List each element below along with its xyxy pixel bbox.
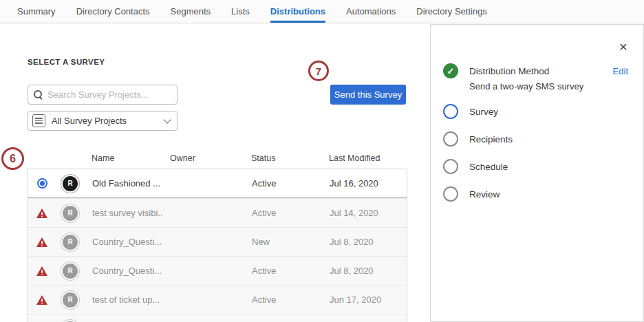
select-survey-panel: SELECT A SURVEY All Survey Projects Send…: [0, 23, 427, 322]
tab-label: Segments: [171, 6, 211, 17]
tab-label: Automations: [346, 6, 396, 17]
tab-label: Summary: [17, 6, 56, 17]
survey-table: Name Owner Status Last Modified: [28, 147, 407, 322]
survey-modified-date: Jul 8, 2020: [322, 266, 407, 276]
wizard-step[interactable]: ✓ Recipients: [443, 131, 628, 147]
annotation-step-7: 7: [308, 61, 329, 81]
warning-icon: [36, 208, 47, 218]
survey-status: Active: [244, 266, 322, 276]
survey-name: test survey visibi...: [85, 208, 163, 218]
directory-tab[interactable]: Directory Contacts: [76, 0, 150, 23]
column-header-status: Status: [244, 153, 321, 163]
avatar: R: [63, 206, 78, 221]
filter-selected-value: All Survey Projects: [52, 116, 158, 126]
step-label: Schedule: [469, 162, 508, 172]
survey-status: Active: [244, 178, 322, 189]
survey-name: Old Fashioned ...: [85, 178, 163, 189]
chevron-down-icon: [163, 116, 171, 123]
panel-heading: SELECT A SURVEY: [28, 58, 105, 66]
tab-label: Directory Contacts: [76, 6, 150, 17]
project-filter-dropdown[interactable]: All Survey Projects: [28, 111, 178, 131]
table-row[interactable]: R Country_Questi... Active Jul 8, 2020: [28, 256, 407, 285]
directory-tab[interactable]: Automations: [346, 0, 396, 23]
survey-status: Active: [244, 294, 322, 305]
survey-name: test of ticket up...: [85, 294, 163, 305]
survey-search-box[interactable]: [28, 85, 178, 105]
radio-selected-icon[interactable]: [37, 178, 47, 189]
distribution-wizard-panel: × ✓ Distribution Method Edit Send a two-…: [430, 24, 644, 322]
directory-tab[interactable]: Distributions: [270, 0, 325, 23]
avatar: R: [63, 176, 78, 191]
directory-tab[interactable]: Summary: [17, 0, 56, 23]
column-header-name: Name: [84, 153, 162, 163]
step-status-icon: ✓: [443, 186, 458, 202]
wizard-step[interactable]: ✓ Review: [443, 186, 628, 202]
step-label: Recipients: [469, 134, 513, 144]
column-header-owner: Owner: [162, 153, 244, 163]
step-status-icon: ✓: [443, 104, 458, 119]
table-row[interactable]: R create a ticket New Jun 17, 2020: [28, 314, 407, 322]
step-label: Survey: [469, 107, 498, 117]
table-header-row: Name Owner Status Last Modified: [28, 147, 407, 169]
survey-name: Country_Questi...: [85, 237, 163, 247]
wizard-step[interactable]: ✓ Schedule: [443, 159, 628, 174]
edit-link[interactable]: Edit: [613, 66, 628, 76]
warning-icon: [36, 295, 47, 305]
warning-icon: [36, 266, 47, 276]
table-row[interactable]: R Old Fashioned ... Active Jul 16, 2020: [28, 169, 407, 198]
table-body: R Old Fashioned ... Active Jul 16, 2020: [28, 169, 407, 322]
step-status-icon: ✓: [443, 131, 458, 147]
avatar: R: [63, 235, 78, 250]
directory-tab[interactable]: Directory Settings: [416, 0, 487, 23]
tab-label: Distributions: [270, 6, 325, 17]
directory-tab-bar: Summary Directory Contacts Segments List…: [0, 0, 644, 23]
column-header-modified: Last Modified: [321, 153, 407, 163]
step-description: Send a two-way SMS survey: [469, 81, 628, 92]
send-this-survey-button[interactable]: Send this Survey: [330, 85, 406, 105]
tab-label: Lists: [231, 6, 250, 17]
avatar: R: [63, 292, 78, 308]
survey-modified-date: Jul 14, 2020: [322, 208, 407, 218]
tab-label: Directory Settings: [416, 6, 487, 17]
avatar: R: [63, 264, 78, 279]
step-label: Distribution Method: [469, 66, 549, 76]
step-status-icon: ✓: [443, 63, 458, 78]
step-status-icon: ✓: [443, 159, 458, 174]
survey-status: New: [244, 237, 322, 247]
table-row[interactable]: R Country_Questi... New Jul 8, 2020: [28, 227, 407, 256]
wizard-step[interactable]: ✓ Survey: [443, 104, 628, 119]
distributions-screen: Summary Directory Contacts Segments List…: [0, 0, 644, 322]
annotation-step-6: 6: [1, 147, 24, 170]
directory-tab[interactable]: Segments: [171, 0, 211, 23]
table-row[interactable]: R test survey visibi... Active Jul 14, 2…: [28, 198, 407, 227]
wizard-steps: ✓ Distribution Method Edit Send a two-wa…: [431, 25, 643, 202]
search-icon: [34, 90, 43, 99]
survey-modified-date: Jul 8, 2020: [322, 237, 407, 247]
search-input[interactable]: [47, 89, 171, 100]
warning-icon: [36, 237, 47, 247]
survey-status: Active: [244, 208, 322, 218]
survey-modified-date: Jun 17, 2020: [322, 294, 407, 305]
close-icon[interactable]: ×: [619, 39, 627, 54]
wizard-step[interactable]: ✓ Distribution Method Edit Send a two-wa…: [443, 63, 628, 92]
survey-name: Country_Questi...: [85, 266, 163, 276]
survey-modified-date: Jul 16, 2020: [322, 178, 407, 189]
directory-tab[interactable]: Lists: [231, 0, 250, 23]
table-row[interactable]: R test of ticket up... Active Jun 17, 20…: [28, 285, 407, 314]
step-label: Review: [469, 189, 500, 200]
list-filter-icon: [32, 114, 45, 127]
